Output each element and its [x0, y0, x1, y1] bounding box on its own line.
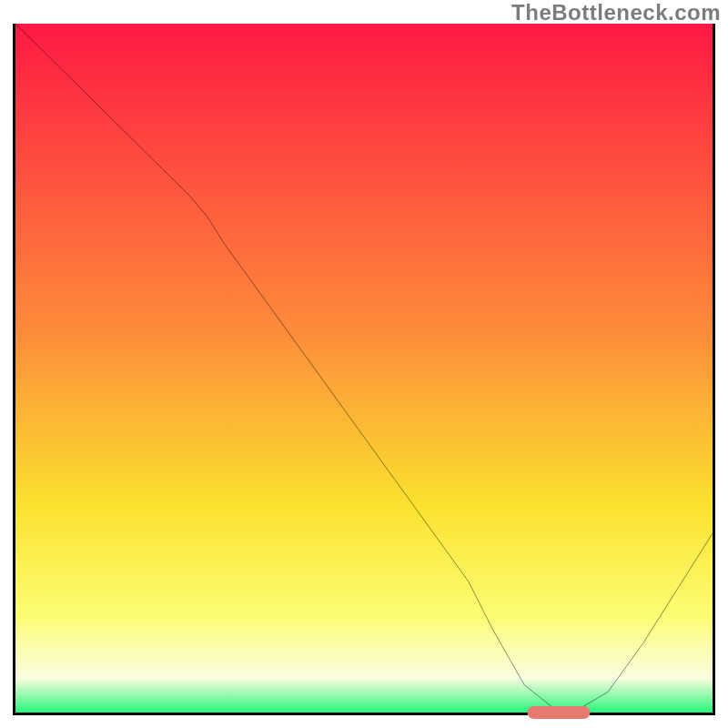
optimum-marker [528, 706, 591, 719]
watermark-text: TheBottleneck.com [511, 0, 721, 25]
gradient-background [15, 24, 713, 713]
chart-frame: TheBottleneck.com [0, 0, 728, 728]
plot-area [13, 24, 715, 715]
svg-rect-0 [15, 24, 713, 713]
